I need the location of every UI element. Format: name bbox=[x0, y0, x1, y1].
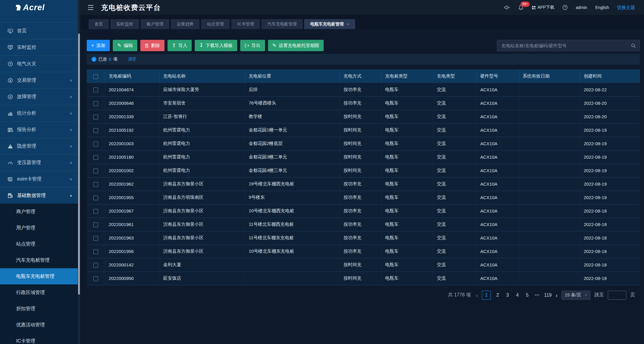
row-checkbox[interactable] bbox=[93, 196, 98, 200]
sidebar-submenu-item[interactable]: 站点管理 bbox=[0, 236, 78, 252]
sidebar-menu-item[interactable]: 故障管理 ∨ bbox=[0, 88, 78, 105]
prev-page-icon[interactable]: ‹ bbox=[476, 292, 478, 298]
mute-icon[interactable] bbox=[504, 5, 510, 10]
row-checkbox[interactable] bbox=[93, 236, 98, 241]
sidebar-submenu-item[interactable]: 汽车充电桩管理 bbox=[0, 252, 78, 268]
row-checkbox[interactable] bbox=[93, 249, 98, 254]
sidebar-menu-item[interactable]: 实时监控 bbox=[0, 39, 78, 55]
row-checkbox[interactable] bbox=[93, 142, 98, 146]
toolbar-button[interactable]: 导出 bbox=[240, 40, 265, 51]
row-checkbox[interactable] bbox=[93, 182, 98, 187]
sidebar-submenu-item[interactable]: 优惠活动管理 bbox=[0, 317, 78, 333]
help-icon[interactable]: ? bbox=[562, 5, 568, 10]
cell-create-time: 2022-08-18 bbox=[580, 204, 640, 218]
page-number[interactable]: ••• bbox=[534, 293, 540, 297]
toolbar-button[interactable]: ↥ 导入 bbox=[168, 40, 192, 51]
theme-switch-link[interactable]: 切换主题 bbox=[617, 5, 635, 10]
sidebar-scrollbar[interactable] bbox=[78, 0, 80, 344]
table-row[interactable]: 2022000950 延安饭店 按时间充 电瓶车 交流 ACX10A 2022-… bbox=[87, 272, 640, 285]
notification-bell[interactable]: 99+ bbox=[518, 5, 523, 10]
cell-pile-location: 金都花园2幢底层 bbox=[245, 137, 340, 150]
app-download-link[interactable]: APP下载 bbox=[532, 5, 554, 10]
next-page-icon[interactable]: › bbox=[555, 292, 558, 298]
sidebar-submenu-item[interactable]: 用户管理 bbox=[0, 220, 78, 236]
sidebar-scrollbar-thumb[interactable] bbox=[78, 34, 80, 295]
table-row[interactable]: 2021005192 杭州雷霆电力 金都花园1幢一单元 按时间充 电瓶车 交流 … bbox=[87, 123, 640, 137]
row-checkbox[interactable] bbox=[93, 155, 98, 160]
cell-pile-code: 2022001339 bbox=[105, 110, 159, 123]
page-size-select[interactable]: 15 条/页 ∨ bbox=[561, 291, 590, 300]
sidebar-menu-item[interactable]: 电气火灾 bbox=[0, 55, 78, 72]
table-row[interactable]: 2022001002 杭州雷霆电力 金都花园4幢三单元 按时间充 电瓶车 交流 … bbox=[87, 164, 640, 177]
page-number[interactable]: 2 bbox=[495, 293, 501, 298]
table-row[interactable]: 2021005180 杭州雷霆电力 金都花园3幢二单元 按时间充 电瓶车 交流 … bbox=[87, 150, 640, 164]
page-number[interactable]: 1 bbox=[482, 291, 491, 300]
search-input[interactable] bbox=[501, 43, 631, 49]
tab[interactable]: 运营趋势 bbox=[171, 19, 200, 29]
select-all-checkbox[interactable] bbox=[93, 74, 98, 79]
row-checkbox-cell bbox=[87, 218, 105, 231]
username[interactable]: admin bbox=[576, 5, 587, 10]
cell-charge-mode: 按时间充 bbox=[340, 164, 381, 177]
sidebar-menu-item[interactable]: 变压器管理 ∨ bbox=[0, 154, 78, 171]
tab[interactable]: 账户管理 bbox=[141, 19, 169, 29]
page-number[interactable]: 119 bbox=[544, 293, 552, 298]
tab[interactable]: 站点管理 bbox=[201, 19, 230, 29]
toolbar-button[interactable]: ✎ 设置充电桩托管期限 bbox=[268, 40, 324, 51]
page-number[interactable]: 5 bbox=[524, 293, 530, 298]
app-window: Acrel 首页 实时监控 电气火灾 bbox=[0, 0, 644, 344]
table-row[interactable]: 2022001962 沂南县东方御景小区 19号楼北车棚西充电桩 按功率充 电瓶… bbox=[87, 177, 640, 191]
tab[interactable]: 汽车充电桩管理 bbox=[261, 19, 303, 29]
search-icon[interactable] bbox=[631, 43, 636, 48]
cell-charge-type: 交流 bbox=[433, 110, 476, 123]
page-number[interactable]: 4 bbox=[514, 293, 520, 298]
sidebar-menu-item[interactable]: 报告分析 ∨ bbox=[0, 121, 78, 138]
chevron-icon: ∨ bbox=[69, 128, 72, 131]
tab[interactable]: 实时监控 bbox=[110, 19, 139, 29]
row-checkbox[interactable] bbox=[93, 263, 98, 268]
table-row[interactable]: 2022001967 沂南县东方御景小区 10号楼北车棚西充电桩 按功率充 电瓶… bbox=[87, 204, 640, 218]
row-checkbox[interactable] bbox=[93, 209, 98, 214]
table-row[interactable]: 2022000142 金利大厦 按时间充 电瓶车 交流 ACX10A 2022-… bbox=[87, 258, 640, 272]
sidebar-submenu-item[interactable]: 电瓶车充电桩管理 bbox=[0, 268, 78, 284]
table-row[interactable]: 2022001339 江苏-智将行 教学楼 按时间充 电瓶车 交流 ACX10A… bbox=[87, 110, 640, 123]
page-number[interactable]: 3 bbox=[505, 293, 511, 298]
tab[interactable]: 首页 bbox=[89, 19, 109, 29]
tab-close-icon[interactable]: × bbox=[347, 22, 349, 27]
jump-page-input[interactable] bbox=[608, 291, 626, 300]
table-row[interactable]: 2022001003 杭州雷霆电力 金都花园2幢底层 按时间充 电瓶车 交流 A… bbox=[87, 137, 640, 150]
table-row[interactable]: 2021004874 应城市保险大厦旁 后排 按功率充 电瓶车 交流 ACX10… bbox=[87, 83, 640, 96]
toolbar-button[interactable]: ↧ 下载导入模板 bbox=[195, 40, 237, 51]
menu-fold-icon[interactable] bbox=[87, 4, 94, 10]
toolbar-button-label: 删除 bbox=[151, 43, 160, 49]
table-row[interactable]: 2022001963 沂南县东方御景小区 11号楼北车棚东充电桩 按功率充 电瓶… bbox=[87, 231, 640, 245]
sidebar-menu-item[interactable]: 隐患管理 ∨ bbox=[0, 138, 78, 154]
sidebar-menu-item[interactable]: esim卡管理 ∨ bbox=[0, 171, 78, 187]
sidebar-menu-item[interactable]: 统计分析 ∨ bbox=[0, 105, 78, 121]
toolbar-button[interactable]: ✎ 编辑 bbox=[113, 40, 137, 51]
row-checkbox[interactable] bbox=[93, 169, 98, 173]
row-checkbox[interactable] bbox=[93, 222, 98, 227]
row-checkbox[interactable] bbox=[93, 87, 98, 92]
table-row[interactable]: 2022001961 沂南县东方御景小区 11号楼北车棚西充电桩 按功率充 电瓶… bbox=[87, 218, 640, 231]
language-switch[interactable]: English bbox=[595, 5, 609, 10]
toolbar-button[interactable]: 删除 bbox=[140, 40, 165, 51]
sidebar-submenu-item[interactable]: 行政区域管理 bbox=[0, 284, 78, 301]
table-row[interactable]: 2022001956 沂南县东方御景小区 10号楼北车棚东充电桩 按功率充 电瓶… bbox=[87, 245, 640, 258]
sidebar-menu-item[interactable]: 交易管理 ∨ bbox=[0, 72, 78, 88]
sidebar-menu-item[interactable]: 首页 bbox=[0, 22, 78, 39]
tab[interactable]: 电瓶车充电桩管理 × bbox=[304, 19, 355, 29]
row-checkbox[interactable] bbox=[93, 276, 98, 281]
sidebar-menu-item[interactable]: 基础数据管理 ∧ bbox=[0, 187, 78, 204]
sidebar-submenu-item[interactable]: 商户管理 bbox=[0, 204, 78, 220]
row-checkbox[interactable] bbox=[93, 101, 98, 106]
row-checkbox[interactable] bbox=[93, 115, 98, 119]
sidebar-submenu-item[interactable]: IC卡管理 bbox=[0, 333, 78, 344]
tab[interactable]: IC卡管理 bbox=[231, 19, 260, 29]
table-row[interactable]: 2022001955 沂南县东方明珠南区 9号楼东 按功率充 电瓶车 交流 AC… bbox=[87, 191, 640, 204]
row-checkbox[interactable] bbox=[93, 128, 98, 133]
clear-selection-link[interactable]: 清空 bbox=[128, 57, 136, 62]
sidebar-submenu-item[interactable]: 折扣管理 bbox=[0, 301, 78, 317]
toolbar-button[interactable]: + 添加 bbox=[87, 40, 110, 51]
table-row[interactable]: 2022000646 市安装宿舍 76号楼西楼头 按功率充 电瓶车 交流 ACX… bbox=[87, 96, 640, 110]
